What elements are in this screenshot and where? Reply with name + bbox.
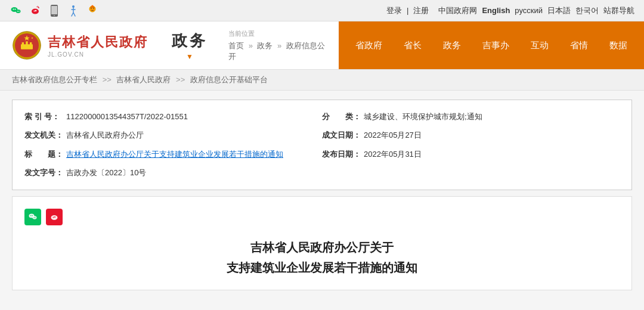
- svg-point-8: [35, 10, 37, 11]
- svg-rect-24: [30, 42, 32, 45]
- russian-link[interactable]: русский: [515, 6, 543, 15]
- doc-title: 吉林省人民政府办公厅关于 支持建筑业企业发展若干措施的通知: [24, 237, 620, 278]
- bc-sep2: »: [277, 41, 281, 50]
- share-weibo-button[interactable]: [46, 209, 63, 225]
- bc-bar-arrow2: >>: [176, 75, 185, 84]
- bc-zhengwu[interactable]: 政务: [257, 41, 273, 50]
- value-fabu: 2022年05月31日: [364, 147, 620, 161]
- accessibility-icon[interactable]: [67, 4, 80, 17]
- english-link[interactable]: English: [482, 6, 510, 15]
- value-fawenzihao: 吉政办发〔2022〕10号: [66, 166, 322, 179]
- doc-title-line1: 吉林省人民政府办公厅关于: [24, 237, 620, 258]
- svg-point-28: [30, 215, 32, 216]
- baby-icon[interactable]: [86, 4, 99, 17]
- nav-shengzhang[interactable]: 省长: [393, 21, 432, 69]
- info-row-biaoati: 标 题： 吉林省人民政府办公厅关于支持建筑业企业发展若干措施的通知: [24, 147, 322, 161]
- value-fawenjiguan: 吉林省人民政府办公厅: [66, 128, 322, 142]
- logo-title[interactable]: 吉林省人民政府: [48, 33, 148, 51]
- svg-point-16: [93, 8, 94, 9]
- svg-point-32: [35, 217, 35, 218]
- mobile-icon[interactable]: [48, 4, 61, 17]
- svg-rect-22: [22, 42, 24, 45]
- info-row-fenlei: 分 类： 城乡建设、环境保护城市规划;通知: [322, 110, 620, 123]
- bc-sep1: »: [249, 41, 253, 50]
- value-fenlei: 城乡建设、环境保护城市规划;通知: [364, 110, 620, 123]
- svg-point-31: [33, 217, 34, 218]
- info-row-suoyin: 索 引 号： 11220000013544357T/2022-01551: [24, 110, 322, 123]
- info-card: 索 引 号： 11220000013544357T/2022-01551 分 类…: [12, 100, 632, 190]
- weibo-icon[interactable]: [29, 4, 42, 17]
- header-breadcrumb-trail: 首页 » 政务 » 政府信息公开: [228, 41, 330, 62]
- top-bar: 登录 | 注册 中国政府网 English русский 日本語 한국어 站群…: [0, 0, 644, 21]
- value-suoyin: 11220000013544357T/2022-01551: [66, 110, 322, 123]
- top-bar-icons: [10, 4, 99, 17]
- header-logo: 吉林省人民政府 JL.GOV.CN: [0, 21, 160, 69]
- svg-point-7: [34, 10, 35, 11]
- wechat-icon[interactable]: [10, 4, 23, 17]
- svg-point-29: [32, 215, 33, 216]
- zhengwu-label: 政务: [172, 30, 208, 51]
- info-grid: 索 引 号： 11220000013544357T/2022-01551 分 类…: [24, 110, 620, 180]
- divider: |: [407, 6, 408, 15]
- svg-point-18: [92, 5, 94, 7]
- gov-cn-link[interactable]: 中国政府网: [438, 5, 477, 16]
- share-icons: [24, 209, 620, 225]
- japanese-link[interactable]: 日本語: [547, 5, 571, 16]
- svg-point-2: [15, 8, 16, 10]
- svg-rect-10: [51, 6, 57, 14]
- label-fabu: 发布日期：: [322, 147, 364, 161]
- info-row-chengwen: 成文日期： 2022年05月27日: [322, 128, 620, 142]
- main-nav: 省政府 省长 政务 吉事办 互动 省情 数据: [339, 21, 644, 69]
- logo-text: 吉林省人民政府 JL.GOV.CN: [48, 33, 148, 58]
- nav-shuju[interactable]: 数据: [599, 21, 638, 69]
- nav-shengzhengfu[interactable]: 省政府: [345, 21, 393, 69]
- doc-title-line2: 支持建筑业企业发展若干措施的通知: [24, 258, 620, 278]
- label-fenlei: 分 类：: [322, 110, 364, 123]
- svg-point-30: [33, 216, 37, 219]
- nav-zhengwu[interactable]: 政务: [432, 21, 472, 69]
- label-chengwen: 成文日期：: [322, 128, 364, 142]
- header: 吉林省人民政府 JL.GOV.CN 政务 ▼ 当前位置 首页 » 政务 » 政府…: [0, 21, 644, 69]
- nav-hudong[interactable]: 互动: [520, 21, 559, 69]
- logo-subtitle: JL.GOV.CN: [48, 51, 148, 58]
- value-chengwen: 2022年05月27日: [364, 128, 620, 142]
- zhengwu-section: 政务 ▼: [160, 21, 219, 69]
- label-fawenjiguan: 发文机关：: [24, 128, 66, 142]
- svg-rect-23: [26, 41, 27, 45]
- svg-point-1: [13, 8, 14, 10]
- zhengwu-arrow: ▼: [172, 52, 208, 61]
- svg-point-6: [32, 8, 39, 14]
- nav-jishiban[interactable]: 吉事办: [472, 21, 520, 69]
- breadcrumb-bar: 吉林省政府信息公开专栏 >> 吉林省人民政府 >> 政府信息公开基础平台: [0, 69, 644, 91]
- bc-bar-item3[interactable]: 政府信息公开基础平台: [190, 75, 268, 84]
- header-breadcrumb: 当前位置 首页 » 政务 » 政府信息公开: [219, 21, 339, 69]
- value-biaoati[interactable]: 吉林省人民政府办公厅关于支持建筑业企业发展若干措施的通知: [66, 147, 322, 161]
- share-wechat-button[interactable]: [24, 209, 41, 225]
- register-link[interactable]: 注册: [413, 5, 429, 16]
- info-row-fawenjiguan: 发文机关： 吉林省人民政府办公厅: [24, 128, 322, 142]
- nav-shengqing[interactable]: 省情: [559, 21, 599, 69]
- info-row-fawenzihao: 发文字号： 吉政办发〔2022〕10号: [24, 166, 322, 179]
- svg-point-5: [18, 11, 20, 12]
- label-biaoati: 标 题：: [24, 147, 66, 161]
- svg-point-15: [91, 8, 92, 9]
- korean-link[interactable]: 한국어: [575, 5, 599, 16]
- bc-bar-item1[interactable]: 吉林省政府信息公开专栏: [12, 75, 97, 84]
- svg-point-35: [54, 216, 55, 217]
- bc-home[interactable]: 首页: [228, 41, 244, 50]
- label-fawenzihao: 发文字号：: [24, 166, 66, 179]
- current-pos-label: 当前位置: [228, 29, 330, 38]
- svg-point-4: [17, 11, 18, 12]
- svg-point-34: [53, 216, 54, 218]
- site-nav-link[interactable]: 站群导航: [603, 5, 634, 16]
- top-bar-right: 登录 | 注册 中国政府网 English русский 日本語 한국어 站群…: [386, 5, 634, 16]
- bc-bar-item2[interactable]: 吉林省人民政府: [116, 75, 171, 84]
- svg-point-11: [54, 15, 55, 16]
- label-suoyin: 索 引 号：: [24, 110, 66, 123]
- bc-bar-arrow1: >>: [103, 75, 112, 84]
- login-link[interactable]: 登录: [386, 5, 402, 16]
- svg-point-3: [16, 10, 21, 13]
- svg-point-33: [51, 215, 58, 220]
- info-row-fabu: 发布日期： 2022年05月31日: [322, 147, 620, 161]
- national-emblem: [12, 30, 42, 60]
